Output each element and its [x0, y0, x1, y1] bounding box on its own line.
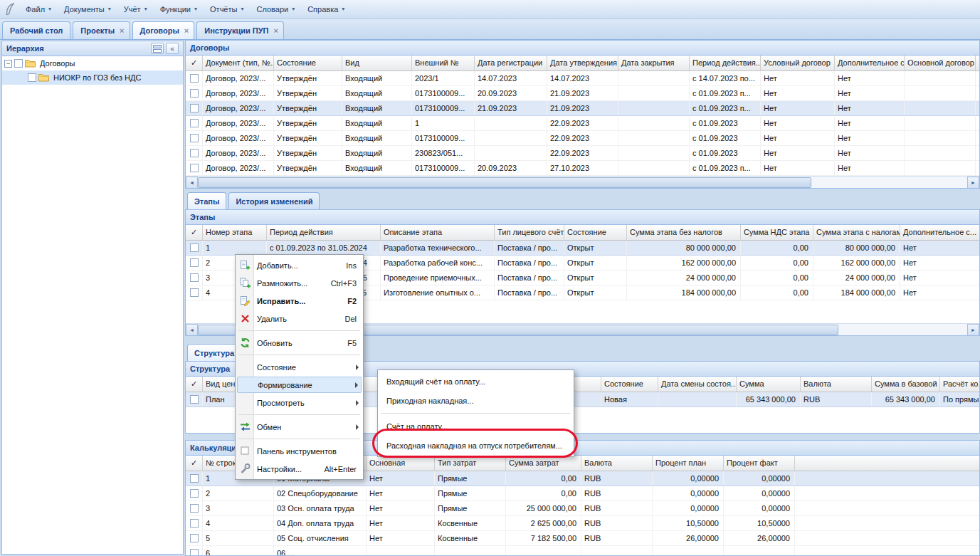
table-row[interactable]: 505 Соц. отчисленияНетКосвенные7 182 500…: [186, 531, 979, 546]
node-checkbox[interactable]: [14, 59, 23, 68]
scroll-right-icon[interactable]: ►: [967, 177, 979, 189]
column-header[interactable]: Дата смены состоя...: [658, 377, 737, 392]
column-header[interactable]: Условный договор: [761, 56, 835, 70]
column-header[interactable]: Состояние: [564, 225, 627, 240]
menu-item[interactable]: Счёт на оплату...: [379, 416, 572, 436]
column-header[interactable]: Период действия: [267, 225, 381, 240]
column-header[interactable]: Процент план: [653, 456, 724, 471]
column-header[interactable]: Валюта: [581, 456, 653, 471]
table-row[interactable]: Договор, 2023/...УтверждёнВходящий017310…: [186, 131, 979, 146]
close-icon[interactable]: ×: [184, 27, 189, 34]
tab[interactable]: Структура: [187, 344, 241, 361]
column-header[interactable]: Состояние: [274, 56, 342, 70]
column-header[interactable]: Номер этапа: [203, 225, 267, 240]
menu-item[interactable]: Приходная накладная...: [379, 391, 572, 410]
column-header[interactable]: Внешний №: [412, 56, 475, 70]
row-checkbox[interactable]: [190, 258, 199, 267]
menu-item[interactable]: ОбновитьF5: [237, 334, 362, 352]
menubar-item[interactable]: Словари▾: [251, 2, 300, 16]
row-checkbox[interactable]: [190, 104, 199, 112]
column-header[interactable]: Дополнительное с...: [900, 225, 979, 240]
column-header[interactable]: ✓: [186, 456, 203, 471]
row-checkbox[interactable]: [190, 119, 199, 127]
table-row[interactable]: Договор, 2023/...УтверждёнВходящий017310…: [186, 101, 979, 116]
close-icon[interactable]: ×: [120, 27, 124, 34]
table-row[interactable]: 1с 01.09.2023 по 31.05.2024Разработка те…: [186, 241, 979, 256]
tab[interactable]: Инструкции ПУП×: [196, 21, 284, 39]
menubar-item[interactable]: Функции▾: [154, 2, 203, 16]
node-checkbox[interactable]: [28, 73, 36, 82]
table-row[interactable]: 606 ...: [186, 546, 979, 556]
menubar-item[interactable]: Учёт▾: [118, 2, 153, 16]
menu-item[interactable]: Размножить...Ctrl+F3: [237, 274, 362, 292]
scroll-right-icon[interactable]: ►: [967, 324, 979, 336]
collapse-panel-icon[interactable]: «: [166, 43, 179, 54]
column-header[interactable]: ✓: [186, 225, 203, 240]
column-header[interactable]: Документ (тип, №...: [203, 56, 274, 70]
menu-item[interactable]: Добавить...Ins: [237, 256, 362, 274]
column-header[interactable]: Дата закрытия: [618, 56, 690, 70]
column-header[interactable]: Основная: [367, 456, 435, 471]
table-row[interactable]: 202 СпецоборудованиеНетПрямые0,00RUB0,00…: [186, 486, 979, 501]
menu-item[interactable]: Расходная накладная на отпуск потребител…: [379, 436, 572, 455]
menu-item[interactable]: Входящий счёт на оплату...: [379, 372, 572, 391]
menubar-item[interactable]: Документы▾: [58, 2, 117, 16]
tree-node[interactable]: −Договоры: [2, 56, 183, 70]
row-checkbox[interactable]: [190, 243, 199, 252]
table-row[interactable]: 303 Осн. оплата трудаНетПрямые25 000 000…: [186, 501, 979, 516]
row-checkbox[interactable]: [190, 288, 199, 297]
table-row[interactable]: Договор, 2023/...УтверждёнВходящий122.09…: [186, 116, 979, 131]
menu-item[interactable]: Просмотреть: [237, 394, 362, 411]
menu-item[interactable]: Исправить...F2: [237, 292, 362, 310]
row-checkbox[interactable]: [190, 519, 199, 528]
column-header[interactable]: [976, 56, 979, 70]
tree-expander-icon[interactable]: −: [4, 60, 12, 68]
menu-item[interactable]: Обмен: [237, 418, 362, 436]
column-header[interactable]: Расчёт ко...: [940, 377, 979, 392]
scrollbar-thumb[interactable]: [198, 177, 811, 188]
menubar-item[interactable]: Справка▾: [302, 2, 350, 16]
column-header[interactable]: Дополнительное с...: [835, 56, 905, 70]
row-checkbox[interactable]: [190, 164, 199, 172]
menu-item[interactable]: Формирование: [237, 377, 362, 393]
row-checkbox[interactable]: [190, 89, 199, 98]
column-header[interactable]: Вид: [342, 56, 412, 70]
table-row[interactable]: Договор, 2023/...УтверждёнВходящий2023/1…: [186, 71, 979, 86]
column-header[interactable]: Сумма в базовой в...: [872, 377, 940, 392]
table-row[interactable]: Договор, 2023/...УтверждёнВходящий230823…: [186, 146, 979, 161]
scroll-left-icon[interactable]: ◄: [186, 324, 198, 336]
column-header[interactable]: Состояние: [601, 377, 658, 392]
column-header[interactable]: Период действия...: [690, 56, 761, 70]
tab[interactable]: Рабочий стол: [2, 21, 70, 39]
column-header[interactable]: Тип затрат: [435, 456, 506, 471]
tab[interactable]: История изменений: [228, 192, 320, 209]
column-header[interactable]: Дата утверждения: [547, 56, 618, 70]
row-checkbox[interactable]: [190, 549, 199, 556]
column-header[interactable]: Тип лицевого счёт: [495, 225, 564, 240]
columns-icon[interactable]: [151, 43, 164, 54]
column-header[interactable]: Сумма затрат: [506, 456, 581, 471]
column-header[interactable]: Сумма этапа с налогами: [813, 225, 900, 240]
column-header[interactable]: Сумма этапа без налогов: [627, 225, 741, 240]
menubar-item[interactable]: Файл▾: [20, 2, 57, 16]
column-header[interactable]: Процент факт: [724, 456, 795, 471]
row-checkbox[interactable]: [190, 489, 199, 498]
column-header[interactable]: ✓: [186, 56, 203, 70]
row-checkbox[interactable]: [190, 134, 199, 142]
menu-item[interactable]: Состояние: [237, 358, 362, 376]
column-header[interactable]: Основной договор: [905, 56, 976, 70]
tab[interactable]: Проекты×: [73, 21, 130, 39]
column-header[interactable]: Сумма НДС этапа: [741, 225, 813, 240]
contracts-hscrollbar[interactable]: ◄ ►: [186, 176, 979, 188]
menu-item[interactable]: УдалитьDel: [237, 310, 362, 327]
row-checkbox[interactable]: [190, 395, 199, 404]
menubar-item[interactable]: Отчёты▾: [204, 2, 249, 16]
scroll-left-icon[interactable]: ◄: [186, 177, 198, 189]
row-checkbox[interactable]: [190, 273, 199, 282]
column-header[interactable]: Дата регистрации: [475, 56, 547, 70]
tab[interactable]: Договоры×: [132, 21, 195, 39]
column-header[interactable]: Валюта: [801, 377, 872, 392]
column-header[interactable]: Сумма: [737, 377, 801, 392]
row-checkbox[interactable]: [190, 474, 199, 483]
table-row[interactable]: Договор, 2023/...УтверждёнВходящий017310…: [186, 86, 979, 101]
